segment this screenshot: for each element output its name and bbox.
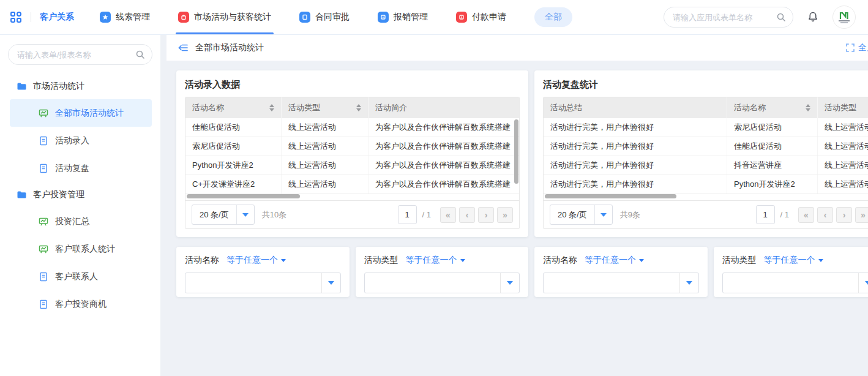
table-row[interactable]: 活动进行完美，用户体验很好 佳能店促活动 线上运营活动 (544, 137, 868, 156)
nav-home-app[interactable]: 客户关系 (40, 12, 74, 23)
first-page-button[interactable]: « (440, 207, 456, 223)
sidebar-item-activity-review[interactable]: 活动复盘 (10, 154, 152, 182)
tab-contract-approval[interactable]: 合同审批 (299, 0, 350, 34)
chart-report-icon (39, 108, 48, 118)
table-row[interactable]: 活动进行完美，用户体验很好 抖音运营讲座 线上运营活动 (544, 156, 868, 175)
table-row[interactable]: 活动进行完美，用户体验很好 索尼店促活动 线上运营活动 (544, 118, 868, 137)
filter-header: 活动类型 等于任意一个 (722, 255, 868, 266)
caret-down-icon (236, 205, 254, 224)
last-page-button[interactable]: » (497, 207, 513, 223)
column-header: 活动类型 (282, 97, 369, 118)
total-pages: / 1 (422, 210, 431, 219)
sidebar-search (8, 44, 152, 65)
sort-icon[interactable] (269, 104, 274, 111)
filter-value-select[interactable] (722, 273, 868, 293)
total-pages: / 1 (780, 210, 789, 219)
sidebar-item-contact-stats[interactable]: 客户联系人统计 (10, 235, 152, 263)
app-search-input[interactable] (664, 7, 793, 28)
search-icon[interactable] (776, 12, 786, 24)
avatar[interactable] (832, 6, 856, 29)
page-number-input[interactable]: 1 (398, 205, 417, 224)
tab-label: 合同审批 (315, 12, 350, 23)
filters-row: 活动名称 等于任意一个 活动类型 等于任意一个 (176, 247, 868, 297)
sidebar-group-marketing-stats[interactable]: 市场活动统计 (0, 73, 160, 99)
filter-operator-dropdown[interactable]: 等于任意一个 (585, 255, 644, 266)
column-label: 活动总结 (550, 102, 582, 113)
table-row[interactable]: C+开发课堂讲座2 线上运营活动 为客户以及合作伙伴讲解百数系统搭建 (185, 175, 519, 194)
folder-icon (17, 81, 26, 91)
fullscreen-button[interactable]: 全屏 (846, 42, 868, 53)
tab-payment-request[interactable]: 付款申请 (456, 0, 506, 34)
filter-header: 活动类型 等于任意一个 (364, 255, 520, 266)
fullscreen-label: 全屏 (858, 42, 868, 53)
table-row[interactable]: 佳能店促活动 线上运营活动 为客户以及合作伙伴讲解百数系统搭建 (185, 118, 519, 137)
group-label: 市场活动统计 (33, 81, 84, 92)
pagination-bar: 20 条/页 共10条 1 / 1 « ‹ › (185, 200, 519, 228)
page-body: 市场活动统计 全部市场活动统计 活动录入 活动复盘 客户投资管理 投资汇总 (0, 35, 868, 376)
horizontal-scrollbar[interactable] (545, 194, 676, 198)
sort-icon[interactable] (806, 104, 810, 111)
sidebar-search-input[interactable] (8, 44, 152, 65)
apps-grid-icon[interactable] (10, 11, 22, 23)
table-row[interactable]: 索尼店促活动 线上运营活动 为客户以及合作伙伴讲解百数系统搭建 (185, 137, 519, 156)
filter-operator-dropdown[interactable]: 等于任意一个 (226, 255, 286, 266)
cell: 活动进行完美，用户体验很好 (544, 137, 727, 156)
column-label: 活动名称 (192, 102, 224, 113)
search-icon[interactable] (135, 50, 145, 62)
expense-app-icon (378, 12, 389, 23)
sidebar-group-customer-investment[interactable]: 客户投资管理 (0, 182, 160, 208)
caret-down-icon (818, 259, 823, 262)
app-search (664, 7, 793, 28)
filter-operator-dropdown[interactable]: 等于任意一个 (764, 255, 823, 266)
page-size-select[interactable]: 20 条/页 (550, 205, 613, 225)
table-row[interactable]: Python开发讲座2 线上运营活动 为客户以及合作伙伴讲解百数系统搭建 (185, 156, 519, 175)
last-page-button[interactable]: » (855, 207, 868, 223)
page-size-select[interactable]: 20 条/页 (192, 205, 255, 225)
sidebar-item-contacts[interactable]: 客户联系人 (10, 263, 152, 290)
total-count: 共9条 (620, 209, 640, 220)
sidebar-item-activity-entry[interactable]: 活动录入 (10, 127, 152, 154)
tab-all[interactable]: 全部 (534, 7, 572, 27)
filter-operator-label: 等于任意一个 (406, 255, 457, 266)
notification-bell-icon[interactable] (807, 11, 819, 23)
next-page-button[interactable]: › (836, 207, 852, 223)
tab-lead-management[interactable]: 线索管理 (100, 0, 150, 34)
avatar-text-line (839, 20, 850, 21)
filter-field-label: 活动名称 (543, 255, 577, 266)
page-number-input[interactable]: 1 (756, 205, 775, 224)
column-header: 活动总结 (544, 97, 727, 118)
tab-expense-management[interactable]: 报销管理 (378, 0, 428, 34)
cell: 索尼店促活动 (727, 118, 818, 137)
vertical-scrollbar[interactable] (514, 119, 518, 184)
sidebar-item-all-marketing-stats[interactable]: 全部市场活动统计 (10, 99, 152, 127)
sort-icon[interactable] (356, 104, 361, 111)
cell: Python开发讲座2 (727, 175, 818, 194)
cell: 抖音运营讲座 (727, 156, 818, 175)
column-label: 活动名称 (734, 102, 766, 113)
filter-value-select[interactable] (185, 273, 341, 293)
caret-down-icon (679, 273, 698, 293)
table-row[interactable]: 活动进行完美，用户体验很好 Python开发讲座2 线上运营活动 (544, 175, 868, 194)
tab-marketing-stats[interactable]: 市场活动与获客统计 (178, 0, 271, 34)
sidebar-item-investment-summary[interactable]: 投资汇总 (10, 208, 152, 235)
prev-page-button[interactable]: ‹ (459, 207, 475, 223)
prev-page-button[interactable]: ‹ (817, 207, 833, 223)
cell: C+开发课堂讲座2 (185, 175, 282, 194)
filter-activity-type-2: 活动类型 等于任意一个 (714, 247, 868, 297)
folder-icon (17, 190, 26, 200)
horizontal-scrollbar[interactable] (187, 194, 300, 198)
cell: 为客户以及合作伙伴讲解百数系统搭建 (369, 175, 519, 194)
filter-operator-dropdown[interactable]: 等于任意一个 (406, 255, 465, 266)
first-page-button[interactable]: « (798, 207, 814, 223)
form-doc-icon (39, 299, 48, 309)
cell: 线上运营活动 (818, 137, 868, 156)
filter-activity-type-1: 活动类型 等于任意一个 (356, 247, 529, 297)
filter-header: 活动名称 等于任意一个 (185, 255, 341, 266)
filter-value-select[interactable] (543, 273, 699, 293)
sidebar-item-investment-opportunities[interactable]: 客户投资商机 (10, 290, 152, 318)
filter-value-select[interactable] (364, 273, 520, 293)
collapse-sidebar-icon[interactable] (178, 42, 189, 53)
next-page-button[interactable]: › (478, 207, 494, 223)
table-header-row: 活动名称 活动类型 活动简介 (185, 97, 519, 118)
cell: 线上运营活动 (818, 118, 868, 137)
